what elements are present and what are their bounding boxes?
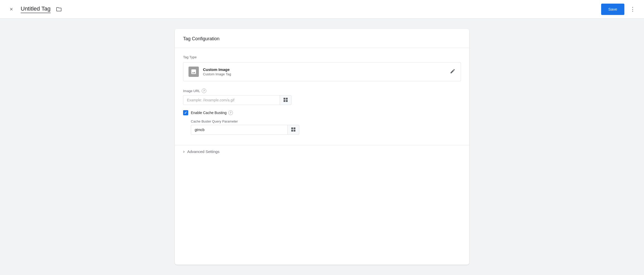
tag-type-left: Custom Image Custom Image Tag	[189, 67, 231, 77]
svg-rect-5	[294, 127, 295, 129]
card-body: Tag Type Custom Image Custom Image Tag	[175, 48, 469, 145]
cache-busting-row: ✓ Enable Cache Busting ?	[183, 110, 461, 115]
image-url-help-icon[interactable]: ?	[202, 88, 206, 93]
tag-type-label: Tag Type	[183, 55, 461, 59]
main-content: Tag Configuration Tag Type Custom	[0, 19, 644, 275]
cache-buster-param-label: Cache Buster Query Parameter	[191, 119, 461, 123]
image-url-variable-insert-button[interactable]	[280, 95, 292, 105]
tag-type-selector[interactable]: Custom Image Custom Image Tag	[183, 62, 461, 81]
checkmark-icon: ✓	[184, 111, 187, 115]
svg-rect-7	[294, 130, 295, 132]
folder-button[interactable]	[55, 5, 63, 13]
advanced-settings-toggle[interactable]: › Advanced Settings	[183, 145, 219, 158]
tag-type-info: Custom Image Custom Image Tag	[203, 67, 231, 76]
cache-busting-label: Enable Cache Busting ?	[191, 110, 233, 115]
svg-rect-2	[284, 100, 285, 102]
image-url-label: Image URL ?	[183, 88, 461, 93]
chevron-right-icon: ›	[183, 149, 185, 154]
variable-insert-icon	[283, 97, 288, 103]
more-icon: ⋮	[630, 6, 636, 13]
tag-type-description: Custom Image Tag	[203, 72, 231, 76]
advanced-settings-label: Advanced Settings	[187, 149, 219, 154]
header-right: Save ⋮	[601, 4, 638, 15]
tag-type-name: Custom Image	[203, 67, 231, 72]
card-title: Tag Configuration	[183, 36, 461, 42]
svg-rect-1	[286, 98, 288, 100]
more-options-button[interactable]: ⋮	[627, 4, 638, 14]
header-left: × Untitled Tag	[6, 4, 63, 14]
card-header: Tag Configuration	[175, 29, 469, 48]
svg-rect-6	[291, 130, 293, 132]
image-icon	[191, 69, 197, 75]
cache-buster-input-group	[191, 125, 299, 135]
image-url-section: Image URL ?	[183, 88, 461, 105]
cache-busting-checkbox[interactable]: ✓	[183, 110, 188, 115]
folder-icon	[56, 6, 62, 12]
advanced-settings-section: › Advanced Settings	[175, 145, 469, 165]
image-url-input[interactable]	[183, 95, 280, 105]
svg-rect-0	[284, 98, 285, 100]
close-button[interactable]: ×	[6, 4, 17, 14]
save-button[interactable]: Save	[601, 4, 624, 15]
tag-type-section: Tag Type Custom Image Custom Image Tag	[183, 55, 461, 81]
image-url-input-group	[183, 95, 292, 105]
cache-buster-param-section: Cache Buster Query Parameter	[191, 119, 461, 135]
cache-busting-help-icon[interactable]: ?	[228, 110, 233, 115]
svg-rect-4	[291, 127, 293, 129]
variable-insert-icon-2	[291, 127, 296, 133]
cache-buster-variable-insert-button[interactable]	[287, 125, 299, 135]
close-icon: ×	[10, 6, 13, 13]
header: × Untitled Tag Save ⋮	[0, 0, 644, 19]
tag-configuration-card: Tag Configuration Tag Type Custom	[175, 29, 469, 265]
svg-rect-3	[286, 100, 288, 102]
page-title: Untitled Tag	[21, 5, 51, 13]
cache-buster-input[interactable]	[191, 125, 287, 135]
pencil-icon	[450, 68, 455, 74]
edit-tag-type-button[interactable]	[450, 68, 455, 75]
tag-type-icon	[189, 67, 199, 77]
